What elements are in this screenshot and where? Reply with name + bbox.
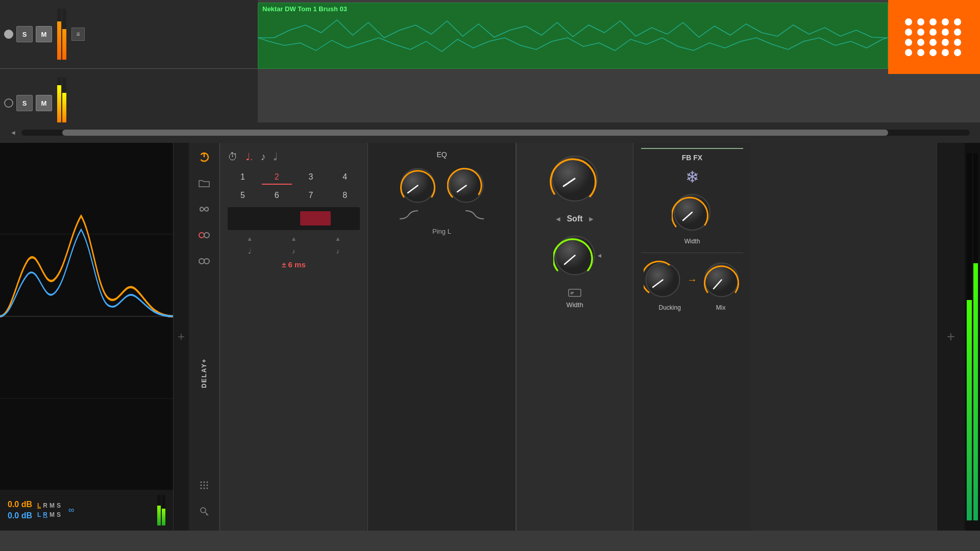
analyzer-panel: 0.0 dB 0.0 dB L R M S L R M S ∞ [0, 143, 174, 531]
svg-point-5 [199, 233, 204, 238]
delay-bar-fill [300, 211, 331, 226]
svg-point-14 [206, 484, 208, 486]
mix-knob[interactable] [702, 261, 741, 299]
track-list-icon-1[interactable]: ≡ [71, 28, 85, 41]
solo-btn-1[interactable]: S [16, 26, 33, 42]
track-meter-1 [57, 9, 66, 60]
soft-label: Soft [567, 214, 582, 223]
width-arrow-indicator: ◄ [597, 252, 603, 259]
analyzer-info: 0.0 dB 0.0 dB L R M S L R M S ∞ [0, 490, 173, 531]
solo-btn-2[interactable]: S [16, 95, 33, 111]
power-btn[interactable] [195, 148, 213, 166]
right-side-meters [965, 143, 980, 531]
lr-orange-l[interactable]: L [37, 502, 41, 509]
fbfx-width-knob-svg [672, 192, 713, 233]
eq-high-knob[interactable] [447, 166, 485, 205]
lr-orange-r[interactable]: R [43, 502, 47, 509]
link-icon: ∞ [68, 506, 74, 515]
side-meters [157, 495, 165, 525]
waveform-display [258, 15, 888, 61]
grid-btn[interactable] [195, 476, 213, 494]
mute-btn-1[interactable]: M [36, 26, 52, 42]
folder-btn[interactable] [195, 174, 213, 192]
stereo-btn[interactable] [195, 252, 213, 270]
audio-clip-1[interactable]: Nektar DW Tom 1 Brush 03 [258, 3, 888, 69]
delay-bar-container[interactable] [228, 207, 360, 230]
plugin-strip: DELAY+ [189, 143, 219, 531]
scrollbar-thumb[interactable] [62, 130, 888, 136]
lr-controls: L R M S L R M S [37, 502, 61, 518]
lr-orange-s[interactable]: S [57, 502, 61, 509]
width-knob[interactable]: ◄ [553, 234, 597, 277]
delay-ms-display[interactable]: ± 6 ms [228, 260, 360, 269]
lr-blue-l[interactable]: L [37, 511, 41, 518]
svg-point-13 [203, 484, 205, 486]
snowflake-icon: ❄ [685, 167, 699, 187]
timing-num-3[interactable]: 3 [296, 170, 326, 185]
eq-low-knob-container [399, 166, 437, 205]
scroll-left-btn[interactable]: ◄ [10, 129, 16, 136]
record-btn[interactable] [195, 226, 213, 244]
right-meter-fill [162, 509, 165, 525]
timing-num-4[interactable]: 4 [330, 170, 360, 185]
left-meter-fill [157, 506, 161, 525]
left-meter [157, 495, 161, 525]
clip-title: Nektar DW Tom 1 Brush 03 [258, 3, 888, 15]
eq-high-knob-svg [447, 166, 485, 205]
soft-knob-large[interactable] [549, 153, 600, 204]
delay-eq-section: EQ [368, 143, 516, 531]
soft-nav-row: ◄ Soft ► [524, 214, 625, 223]
track-record-btn-1[interactable] [4, 30, 13, 39]
lr-blue-s[interactable]: S [57, 511, 61, 518]
mute-btn-2[interactable]: M [36, 95, 52, 111]
timing-number-grid: 1 2 3 4 5 6 7 8 [228, 170, 360, 202]
plugin-strip-bottom [195, 476, 213, 525]
svg-point-9 [200, 481, 202, 483]
timing-num-5[interactable]: 5 [228, 189, 258, 202]
timing-num-1[interactable]: 1 [228, 170, 258, 185]
add-panel-btn[interactable]: + [174, 143, 189, 531]
delay-arrow-3: ▲ [335, 235, 341, 242]
timing-note-dotted-icon[interactable]: ♩. [246, 151, 253, 163]
soft-next-btn[interactable]: ► [588, 215, 595, 223]
link-btn[interactable]: ∞ [68, 506, 74, 515]
track-record-btn-2[interactable] [4, 98, 13, 108]
fbfx-width-knob[interactable] [672, 192, 713, 233]
timing-quarter-note-icon[interactable]: ♪ [261, 151, 266, 163]
lr-row-orange: L R M S [37, 502, 61, 509]
eq-low-knob[interactable] [399, 166, 437, 205]
loop-btn[interactable] [195, 200, 213, 218]
eq-curve-row [376, 210, 508, 220]
subdiv-icon-1: ♩ [248, 247, 251, 255]
timing-num-8[interactable]: 8 [330, 189, 360, 202]
svg-rect-29 [569, 289, 581, 296]
timing-num-6[interactable]: 6 [262, 189, 292, 202]
lr-blue-r[interactable]: R [43, 511, 47, 518]
lr-orange-m[interactable]: M [50, 502, 55, 509]
timing-num-7[interactable]: 7 [296, 189, 326, 202]
key-btn[interactable] [195, 502, 213, 520]
lr-blue-m[interactable]: M [50, 511, 55, 518]
freeze-btn[interactable]: ❄ [685, 167, 699, 187]
timing-num-2[interactable]: 2 [262, 170, 292, 185]
eq-high-knob-container [447, 166, 485, 205]
db-blue-value: 0.0 dB [8, 511, 32, 520]
arrow-right-icon: → [687, 274, 697, 286]
ducking-knob[interactable] [644, 261, 682, 299]
channel-label: Ping L [376, 228, 508, 235]
delay-arrow-1: ▲ [247, 235, 253, 242]
soft-prev-btn[interactable]: ◄ [555, 215, 562, 223]
scrollbar-track[interactable] [21, 130, 970, 136]
right-meter-left-fill [967, 300, 972, 520]
mix-knob-svg [702, 261, 741, 299]
eq-knobs-container [376, 166, 508, 205]
right-meter-right-fill [973, 263, 978, 520]
track-row-1: S M ≡ [0, 0, 258, 69]
add-icon[interactable]: + [178, 330, 185, 344]
analyzer-display [0, 143, 173, 490]
right-add-btn[interactable]: + [947, 329, 955, 345]
svg-point-15 [200, 487, 202, 489]
eq-high-curve-icon [464, 210, 485, 220]
delay-timing-section: ⏱ ♩. ♪ 𝅗𝅥 1 2 3 4 5 6 7 8 [220, 143, 368, 531]
timing-clock-icon[interactable]: ⏱ [228, 151, 238, 163]
